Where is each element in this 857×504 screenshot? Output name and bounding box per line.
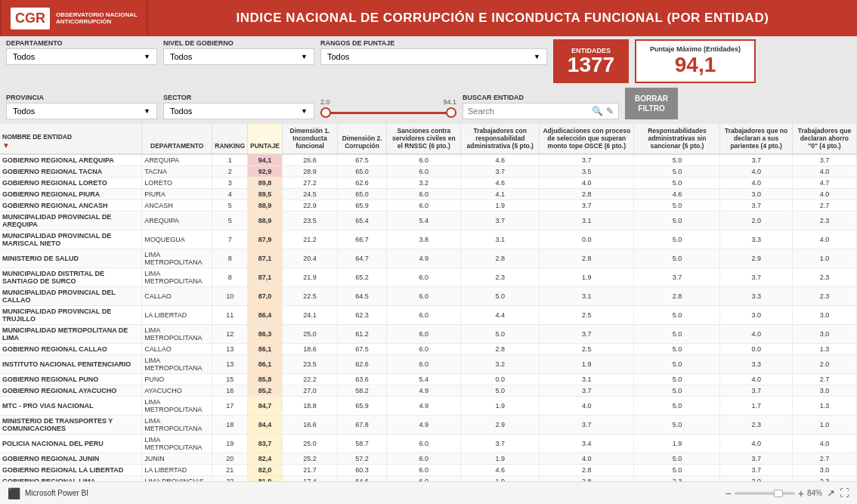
rangos-filter: RANGOS DE PUNTAJE Todos ▼ — [320, 39, 547, 83]
departamento-filter: DEPARTAMENTO Todos ▼ — [6, 39, 157, 83]
table-row[interactable]: MINISTERIO DE TRANSPORTES Y COMUNICACION… — [0, 415, 857, 434]
sector-value: Todos — [170, 107, 192, 116]
range-fill — [320, 112, 456, 114]
col-header-ranking[interactable]: RANKING — [212, 124, 248, 154]
sector-filter: SECTOR Todos ▼ — [163, 94, 314, 119]
provincia-filter: PROVINCIA Todos ▼ — [6, 94, 157, 119]
filters-row-1: DEPARTAMENTO Todos ▼ NIVEL DE GOBIERNO T… — [6, 39, 851, 83]
table-row[interactable]: GOBIERNO REGIONAL TACNATACNA292,928.965.… — [0, 165, 857, 177]
table-row[interactable]: MINISTERIO DE SALUDLIMA METROPOLITANA887… — [0, 249, 857, 267]
main-table: NOMBRE DE ENTIDAD▼ DEPARTAMENTO RANKING … — [0, 124, 857, 481]
range-max-label: 94.1 — [443, 98, 456, 106]
col-header-trab-decl[interactable]: Trabajadores que no declaran a sus parie… — [720, 124, 792, 154]
sector-arrow-icon: ▼ — [301, 107, 308, 115]
table-row[interactable]: MUNICIPALIDAD PROVINCIAL DE AREQUIPAAREQ… — [0, 211, 857, 230]
search-input-container: 🔍 ✎ — [463, 103, 619, 119]
table-row[interactable]: GOBIERNO REGIONAL PUNOPUNO1585,822.263.6… — [0, 373, 857, 385]
table-row[interactable]: GOBIERNO REGIONAL LIMALIMA PROVINCIAS228… — [0, 475, 857, 481]
puntaje-value: 94,1 — [675, 53, 716, 77]
puntaje-label: Puntaje Máximo (Entidades) — [650, 45, 741, 53]
zoom-controls: − + 84% — [726, 487, 822, 499]
table-row[interactable]: MTC - PRO VIAS NACIONALLIMA METROPOLITAN… — [0, 396, 857, 415]
search-block: Buscar entidad 🔍 ✎ — [463, 94, 619, 119]
nivel-label: NIVEL DE GOBIERNO — [163, 39, 314, 47]
bottom-left: ⬛ Microsoft Power BI — [8, 487, 88, 499]
table-row[interactable]: MUNICIPALIDAD PROVINCIAL DE TRUJILLOLA L… — [0, 305, 857, 324]
table-row[interactable]: GOBIERNO REGIONAL LORETOLORETO389,827.26… — [0, 177, 857, 188]
departamento-arrow-icon: ▼ — [144, 53, 150, 60]
col-header-responsabilidades[interactable]: Responsabilidades administrativas sin sa… — [634, 124, 720, 154]
table-row[interactable]: POLICIA NACIONAL DEL PERULIMA METROPOLIT… — [0, 434, 857, 453]
table-wrapper[interactable]: NOMBRE DE ENTIDAD▼ DEPARTAMENTO RANKING … — [0, 124, 857, 481]
table-row[interactable]: MUNICIPALIDAD PROVINCIAL DE MARISCAL NIE… — [0, 230, 857, 249]
provincia-arrow-icon: ▼ — [144, 107, 150, 115]
table-row[interactable]: MUNICIPALIDAD DISTRITAL DE SANTIAGO DE S… — [0, 267, 857, 286]
share-icon[interactable]: ↗ — [827, 487, 835, 499]
range-thumb-left[interactable] — [320, 107, 331, 118]
range-slider[interactable] — [320, 106, 456, 119]
table-row[interactable]: INSTITUTO NACIONAL PENITENCIARIOLIMA MET… — [0, 354, 857, 373]
search-input[interactable] — [468, 107, 589, 116]
table-row[interactable]: MUNICIPALIDAD METROPOLITANA DE LIMALIMA … — [0, 324, 857, 343]
rangos-value: Todos — [327, 52, 349, 61]
table-row[interactable]: GOBIERNO REGIONAL AYACUCHOAYACUCHO1685,2… — [0, 385, 857, 396]
sector-label: SECTOR — [163, 94, 314, 101]
provincia-value: Todos — [13, 107, 35, 116]
logo-text: CGR — [15, 11, 45, 26]
range-slider-block: 2.0 94.1 — [320, 98, 456, 119]
departamento-label: DEPARTAMENTO — [6, 39, 157, 47]
col-header-trab-decl2[interactable]: Trabajadores que declaran ahorro "0" (4 … — [792, 124, 856, 154]
action-icons: ↗ ⛶ — [827, 487, 849, 499]
nivel-select[interactable]: Todos ▼ — [163, 48, 314, 65]
range-min-label: 2.0 — [320, 98, 330, 106]
col-header-dept[interactable]: DEPARTAMENTO — [142, 124, 212, 154]
col-header-adjudicaciones[interactable]: Adjudicaciones con proceso de selección … — [540, 124, 634, 154]
table-row[interactable]: GOBIERNO REGIONAL AREQUIPAAREQUIPA194,12… — [0, 154, 857, 166]
zoom-in-button[interactable]: + — [798, 487, 804, 499]
filters-row-2: PROVINCIA Todos ▼ SECTOR Todos ▼ 2.0 94.… — [6, 88, 851, 119]
col-header-trabajadores[interactable]: Trabajadores con responsabilidad adminis… — [461, 124, 540, 154]
main-title: INDICE NACIONAL DE CORRUPCIÓN E INCONDUC… — [237, 11, 769, 26]
range-thumb-right[interactable] — [446, 107, 456, 118]
powerbi-icon: ⬛ — [8, 487, 20, 499]
col-header-dim2[interactable]: Dimensión 2. Corrupción — [337, 124, 386, 154]
header-title-box: INDICE NACIONAL DE CORRUPCIÓN E INCONDUC… — [148, 0, 857, 36]
departamento-value: Todos — [13, 52, 35, 61]
fullscreen-icon[interactable]: ⛶ — [840, 487, 849, 499]
header-obs-logo: CGR OBSERVATORIO NACIONAL ANTICORRUPCIÓN — [0, 0, 148, 36]
obs-line1: OBSERVATORIO NACIONAL — [56, 11, 138, 18]
table-body: GOBIERNO REGIONAL AREQUIPAAREQUIPA194,12… — [0, 154, 857, 481]
app-container: CGR OBSERVATORIO NACIONAL ANTICORRUPCIÓN… — [0, 0, 857, 504]
col-header-puntaje[interactable]: PUNTAJE — [248, 124, 283, 154]
nivel-arrow-icon: ▼ — [301, 53, 308, 60]
table-row[interactable]: GOBIERNO REGIONAL LA LIBERTADLA LIBERTAD… — [0, 464, 857, 475]
table-row[interactable]: GOBIERNO REGIONAL ANCASHANCASH588,922.96… — [0, 199, 857, 211]
zoom-out-button[interactable]: − — [726, 487, 732, 499]
bottom-bar: ⬛ Microsoft Power BI − + 84% ↗ ⛶ — [0, 481, 857, 504]
search-clear-icon[interactable]: ✎ — [606, 106, 614, 116]
col-header-sanciones[interactable]: Sanciones contra servidores civiles en e… — [387, 124, 461, 154]
header: CGR OBSERVATORIO NACIONAL ANTICORRUPCIÓN… — [0, 0, 857, 36]
sector-select[interactable]: Todos ▼ — [163, 103, 314, 119]
table-row[interactable]: GOBIERNO REGIONAL PIURAPIURA489,524.565.… — [0, 188, 857, 199]
col-header-nombre[interactable]: NOMBRE DE ENTIDAD▼ — [0, 124, 142, 154]
departamento-select[interactable]: Todos ▼ — [6, 48, 157, 65]
provincia-select[interactable]: Todos ▼ — [6, 103, 157, 119]
powerbi-label: Microsoft Power BI — [25, 489, 88, 497]
table-row[interactable]: GOBIERNO REGIONAL CALLAOCALLAO1386,118.6… — [0, 343, 857, 354]
table-header-row: NOMBRE DE ENTIDAD▼ DEPARTAMENTO RANKING … — [0, 124, 857, 154]
zoom-slider-thumb[interactable] — [774, 490, 783, 497]
zoom-value: 84% — [807, 489, 822, 497]
search-icon[interactable]: 🔍 — [592, 106, 603, 116]
borrar-filtro-button[interactable]: BORRARFILTRO — [625, 88, 678, 119]
obs-line2: ANTICORRUPCIÓN — [56, 18, 138, 25]
table-section: NOMBRE DE ENTIDAD▼ DEPARTAMENTO RANKING … — [0, 124, 857, 481]
entidades-value: 1377 — [568, 54, 614, 76]
table-row[interactable]: GOBIERNO REGIONAL JUNINJUNIN2082,425.257… — [0, 453, 857, 464]
puntaje-stat: Puntaje Máximo (Entidades) 94,1 — [635, 39, 756, 83]
table-row[interactable]: MUNICIPALIDAD PROVINCIAL DEL CALLAOCALLA… — [0, 286, 857, 305]
rangos-select[interactable]: Todos ▼ — [320, 48, 547, 65]
col-header-dim1[interactable]: Dimensión 1. Inconducta funcional — [283, 124, 338, 154]
zoom-slider-track[interactable] — [735, 492, 795, 495]
provincia-label: PROVINCIA — [6, 94, 157, 101]
